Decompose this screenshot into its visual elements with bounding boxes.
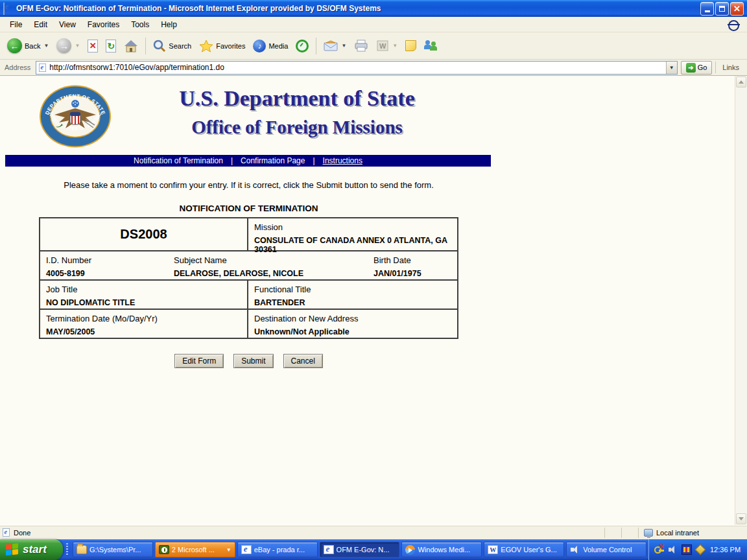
address-input-box: ▼ — [36, 61, 677, 75]
task-volume-control-window[interactable]: Volume Control — [566, 542, 646, 557]
destination-value: Unknown/Not Applicable — [254, 327, 451, 336]
mission-cell: Mission CONSULATE OF CANADA ANNEX 0 ATLA… — [248, 218, 457, 250]
task-explorer-window[interactable]: G:\Systems\Pr... — [73, 542, 153, 557]
menu-tools[interactable]: Tools — [125, 18, 155, 31]
mail-dropdown-icon[interactable]: ▼ — [341, 43, 346, 49]
destination-cell: Destination or New Address Unknown/Not A… — [248, 310, 457, 338]
toolbar-separator — [145, 38, 146, 54]
nav-confirmation-page[interactable]: Confirmation Page — [241, 156, 305, 165]
close-button[interactable]: ✕ — [730, 2, 744, 16]
scroll-up-button[interactable] — [736, 76, 746, 88]
scroll-down-button[interactable] — [736, 513, 746, 524]
menu-file[interactable]: File — [4, 18, 28, 31]
key-blocked-icon[interactable] — [654, 544, 665, 555]
desktop: OFM E-Gov: Notification of Termination -… — [0, 0, 747, 560]
submit-button[interactable]: Submit — [233, 354, 273, 368]
browser-viewport: DEPARTMENT OF STATE UNITED STATES OF AME… — [0, 76, 747, 525]
svg-text:W: W — [379, 42, 386, 50]
page-nav-bar: Notification of Termination | Confirmati… — [5, 155, 491, 167]
start-label: start — [23, 543, 47, 556]
id-number-label: I.D. Number — [46, 255, 174, 265]
favorites-button[interactable]: Favorites — [196, 38, 248, 54]
address-input[interactable] — [47, 63, 665, 72]
nav-notification-of-termination[interactable]: Notification of Termination — [134, 156, 223, 165]
mission-label: Mission — [254, 222, 451, 232]
print-button[interactable] — [351, 38, 372, 54]
notes-icon — [405, 40, 416, 51]
window-title: OFM E-Gov: Notification of Termination -… — [16, 4, 700, 13]
vertical-scrollbar[interactable] — [735, 76, 747, 525]
page-header: DEPARTMENT OF STATE UNITED STATES OF AME… — [5, 85, 729, 150]
address-dropdown-button[interactable]: ▼ — [666, 62, 677, 74]
ie-toolbar: ← Back ▼ → ▼ ✕ ↻ Search Favorites ♪ Medi… — [0, 32, 747, 60]
taskbar-clock[interactable]: 12:36 PM — [710, 546, 741, 554]
edit-form-button[interactable]: Edit Form — [174, 354, 224, 368]
toolbar-separator — [316, 38, 316, 54]
minimize-icon — [705, 10, 710, 12]
address-label: Address — [3, 64, 32, 71]
ie-window-icon — [3, 3, 14, 14]
windows-flag-icon — [6, 543, 19, 556]
functional-title-label: Functional Title — [254, 285, 451, 294]
word-edit-icon: W — [376, 40, 389, 52]
home-button[interactable] — [121, 38, 141, 54]
id-number-value: 4005-8199 — [46, 269, 174, 278]
start-button[interactable]: start — [0, 539, 63, 560]
department-of-state-seal: DEPARTMENT OF STATE UNITED STATES OF AME… — [39, 85, 112, 148]
restore-icon — [719, 6, 725, 12]
menu-view[interactable]: View — [53, 18, 82, 31]
back-dropdown-icon[interactable]: ▼ — [43, 43, 49, 49]
stop-button[interactable]: ✕ — [84, 38, 101, 54]
forward-button[interactable]: → ▼ — [53, 36, 83, 55]
status-page-icon — [3, 528, 10, 537]
scroll-up-icon — [739, 80, 744, 84]
media-button[interactable]: ♪ Media — [250, 38, 291, 54]
termination-date-cell: Termination Date (Mo/Day/Yr) MAY/05/2005 — [40, 310, 248, 338]
ie-icon — [324, 545, 334, 554]
go-button[interactable]: ➜ Go — [681, 61, 713, 75]
agency-subtitle: Office of Foreign Missions — [109, 117, 485, 138]
office-diamond-icon[interactable] — [695, 544, 706, 555]
messenger-button[interactable] — [421, 38, 442, 54]
close-icon: ✕ — [733, 5, 741, 13]
cancel-button[interactable]: Cancel — [283, 354, 323, 368]
edit-with-word-button[interactable]: W ▼ — [373, 38, 401, 54]
history-button[interactable] — [292, 38, 312, 54]
job-title-label: Job Title — [46, 285, 241, 294]
nav-instructions-link[interactable]: Instructions — [323, 156, 362, 165]
menu-favorites[interactable]: Favorites — [82, 18, 125, 31]
task-ofm-egov-window[interactable]: OFM E-Gov: N... — [320, 542, 400, 557]
task-media-player-window[interactable]: Windows Medi... — [401, 542, 482, 557]
agency-titles: U.S. Department of State Office of Forei… — [109, 86, 485, 138]
discuss-button[interactable] — [402, 38, 420, 53]
menu-help[interactable]: Help — [155, 18, 183, 31]
minimize-button[interactable] — [700, 2, 714, 16]
taskbar-grip[interactable] — [63, 539, 71, 560]
refresh-button[interactable]: ↻ — [102, 38, 119, 54]
form-code: DS2008 — [40, 218, 248, 250]
edit-dropdown-icon: ▼ — [392, 43, 397, 49]
table-row: Job Title NO DIPLOMATIC TITLE Functional… — [40, 279, 457, 309]
forward-dropdown-icon: ▼ — [75, 43, 80, 49]
search-icon — [153, 40, 166, 52]
task-ebay-window[interactable]: eBay - prada r... — [237, 542, 318, 557]
forward-icon: → — [56, 38, 71, 53]
taskbar: start G:\Systems\Pr... 2 Microsoft ... ▼… — [0, 539, 747, 560]
search-button[interactable]: Search — [150, 38, 195, 54]
links-toolbar[interactable]: Links — [715, 62, 744, 73]
table-row: Termination Date (Mo/Day/Yr) MAY/05/2005… — [40, 309, 457, 338]
menu-edit[interactable]: Edit — [28, 18, 53, 31]
destination-label: Destination or New Address — [254, 314, 451, 323]
back-button[interactable]: ← Back ▼ — [4, 36, 52, 55]
display-grid-icon[interactable] — [682, 544, 692, 555]
task-group-chevron-icon: ▼ — [226, 547, 231, 553]
scroll-down-icon — [739, 517, 744, 520]
status-pane — [621, 528, 638, 538]
termination-date-label: Termination Date (Mo/Day/Yr) — [46, 314, 241, 323]
task-group-microsoft[interactable]: 2 Microsoft ... ▼ — [155, 542, 235, 557]
restore-button[interactable] — [715, 2, 729, 16]
speaker-icon[interactable] — [668, 544, 678, 555]
table-row: I.D. Number 4005-8199 Subject Name DELAR… — [40, 250, 457, 279]
mail-button[interactable]: ▼ — [320, 38, 350, 53]
task-word-document-window[interactable]: EGOV User's G... — [484, 542, 564, 557]
